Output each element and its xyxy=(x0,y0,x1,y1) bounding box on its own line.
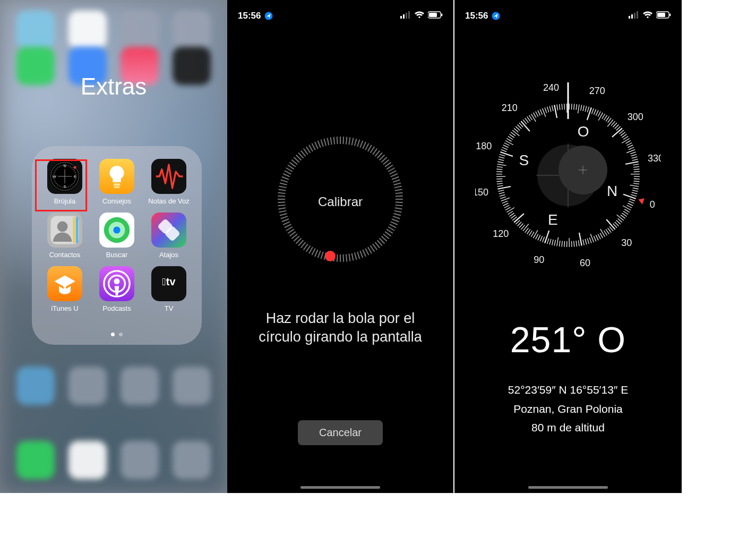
app-tips[interactable]: Consejos xyxy=(93,159,140,205)
heading-reading: 251° O xyxy=(454,319,682,360)
svg-text:N: N xyxy=(607,183,617,199)
svg-line-336 xyxy=(585,106,587,112)
svg-line-314 xyxy=(534,113,536,118)
svg-line-87 xyxy=(385,163,391,167)
svg-line-149 xyxy=(286,227,293,231)
svg-line-349 xyxy=(611,121,615,125)
contacts-icon xyxy=(47,212,82,248)
svg-line-351 xyxy=(615,125,619,129)
cancel-button[interactable]: Cancelar xyxy=(298,420,383,445)
svg-line-274 xyxy=(500,197,505,199)
svg-line-252 xyxy=(536,234,538,239)
app-label: Consejos xyxy=(102,197,131,205)
svg-line-378 xyxy=(630,185,639,186)
svg-line-121 xyxy=(363,250,366,257)
svg-line-285 xyxy=(496,172,502,172)
svg-line-267 xyxy=(508,211,513,215)
app-voice[interactable]: Notas de Voz xyxy=(145,159,192,205)
svg-line-301 xyxy=(509,134,514,138)
location-icon xyxy=(491,11,501,21)
svg-line-355 xyxy=(621,132,625,136)
calibrate-instruction: Haz rodar la bola por el círculo girando… xyxy=(248,309,432,346)
svg-line-282 xyxy=(496,178,502,179)
svg-line-364 xyxy=(630,152,635,154)
svg-line-333 xyxy=(578,105,579,114)
wifi-icon xyxy=(414,11,425,21)
svg-line-330 xyxy=(571,104,572,109)
home-indicator[interactable] xyxy=(300,486,380,489)
svg-line-117 xyxy=(373,244,377,250)
svg-marker-383 xyxy=(638,198,644,204)
svg-line-184 xyxy=(324,139,326,146)
home-indicator[interactable] xyxy=(528,486,608,489)
svg-line-76 xyxy=(360,141,363,148)
svg-line-204 xyxy=(630,199,635,201)
app-shortcuts[interactable]: Atajos xyxy=(145,212,192,259)
svg-text:S: S xyxy=(519,152,529,168)
svg-line-278 xyxy=(497,186,511,189)
svg-line-223 xyxy=(600,229,605,237)
svg-line-232 xyxy=(583,240,584,245)
svg-line-362 xyxy=(629,147,634,149)
svg-line-279 xyxy=(497,185,503,186)
svg-line-350 xyxy=(613,123,617,127)
svg-line-312 xyxy=(529,115,532,120)
svg-line-181 xyxy=(315,142,318,149)
svg-line-88 xyxy=(386,165,393,169)
svg-text:E: E xyxy=(548,211,558,228)
svg-line-276 xyxy=(499,192,505,194)
compass-dial[interactable]: 0306090120150180210240270300330NESO xyxy=(475,69,661,276)
svg-line-91 xyxy=(391,174,398,177)
compass-panel: 15:56 0306090120150180210240270300330NES… xyxy=(454,0,682,493)
app-find[interactable]: Buscar xyxy=(93,212,140,259)
svg-line-280 xyxy=(497,183,503,184)
app-tv[interactable]: tvTV xyxy=(145,266,192,312)
svg-line-346 xyxy=(606,116,609,121)
svg-line-182 xyxy=(318,141,321,148)
svg-line-319 xyxy=(545,107,547,113)
svg-line-265 xyxy=(511,215,516,219)
svg-rect-193 xyxy=(637,11,638,19)
svg-line-344 xyxy=(602,114,605,118)
svg-line-294 xyxy=(501,150,506,152)
svg-line-375 xyxy=(634,178,640,179)
svg-line-289 xyxy=(497,162,503,163)
svg-line-370 xyxy=(633,167,639,167)
svg-line-235 xyxy=(576,241,577,246)
svg-line-332 xyxy=(576,104,577,110)
svg-line-266 xyxy=(509,213,514,216)
svg-line-286 xyxy=(497,169,503,169)
app-contacts[interactable]: Contactos xyxy=(41,212,88,259)
svg-line-382 xyxy=(631,194,637,196)
status-time: 15:56 xyxy=(465,11,488,21)
app-podcasts[interactable]: Podcasts xyxy=(93,266,140,312)
svg-line-186 xyxy=(331,137,332,144)
svg-line-310 xyxy=(525,118,529,123)
svg-line-104 xyxy=(393,214,401,216)
svg-line-211 xyxy=(622,213,627,216)
svg-line-125 xyxy=(352,253,354,261)
coords: 52°23′59″ N 16°55′13″ E xyxy=(454,380,682,400)
svg-line-78 xyxy=(365,143,368,150)
svg-line-291 xyxy=(499,157,505,158)
svg-line-106 xyxy=(392,219,399,222)
find-icon xyxy=(99,212,134,248)
svg-line-187 xyxy=(334,137,334,144)
svg-line-210 xyxy=(623,211,628,215)
svg-line-231 xyxy=(585,239,587,245)
page-dots[interactable] xyxy=(32,329,202,338)
app-label: Atajos xyxy=(159,251,178,259)
svg-line-119 xyxy=(368,247,372,253)
app-itunesu[interactable]: iTunes U xyxy=(41,266,88,312)
location-meta: 52°23′59″ N 16°55′13″ E Poznan, Gran Pol… xyxy=(454,380,682,437)
svg-line-136 xyxy=(318,251,321,258)
svg-line-377 xyxy=(633,183,639,184)
voice-icon xyxy=(151,159,186,194)
svg-line-155 xyxy=(279,211,287,212)
svg-line-81 xyxy=(373,149,377,155)
svg-text:300: 300 xyxy=(628,112,643,122)
svg-line-358 xyxy=(622,138,630,143)
svg-line-108 xyxy=(390,224,396,227)
svg-line-222 xyxy=(604,231,607,235)
svg-line-297 xyxy=(504,143,510,146)
